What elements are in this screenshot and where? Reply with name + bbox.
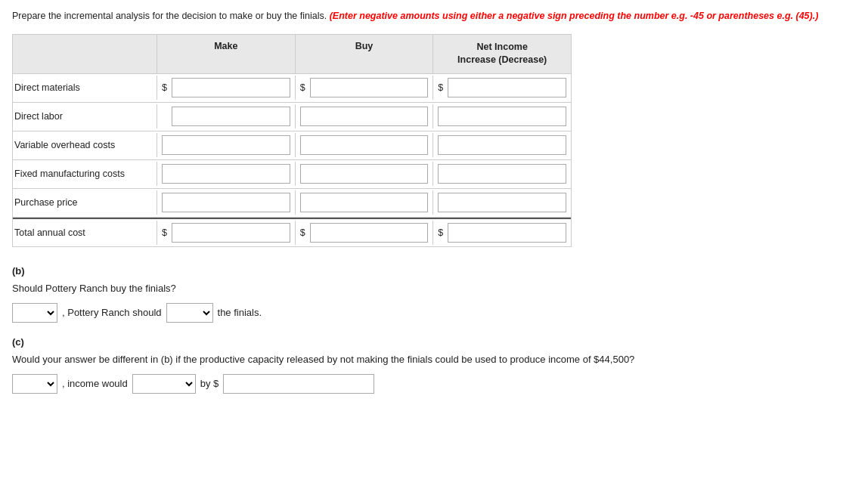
cell-buy-purchase-price (295, 190, 433, 215)
cell-net-total: $ (432, 221, 571, 245)
header-net: Net IncomeIncrease (Decrease) (432, 35, 571, 73)
cell-buy-direct-materials: $ (295, 76, 433, 100)
table-row-total: Total annual cost $ $ $ (13, 218, 571, 246)
input-make-fixed-manufacturing[interactable] (162, 164, 290, 184)
section-c-text-mid: , income would (62, 378, 128, 389)
table-body: Direct materials $ $ $ Direct labor (12, 73, 572, 247)
header-make: Make (157, 35, 295, 73)
cell-buy-variable-overhead (295, 133, 433, 157)
input-make-variable-overhead[interactable] (162, 135, 290, 155)
header-label-col (13, 35, 157, 73)
row-label-purchase-price: Purchase price (13, 194, 157, 211)
section-b-dropdown2[interactable]: buy make (166, 303, 213, 323)
input-buy-direct-labor[interactable] (300, 107, 429, 126)
cell-make-total: $ (157, 221, 295, 245)
section-c-dropdown2[interactable]: increase decrease (132, 374, 196, 394)
section-b-text-end: the finials. (218, 307, 262, 318)
dollar-sign: $ (438, 227, 445, 238)
row-label-total: Total annual cost (13, 224, 157, 241)
section-c-question: Would your answer be different in (b) if… (12, 354, 856, 365)
instruction-note: (Enter negative amounts using either a n… (330, 11, 819, 21)
table-row: Variable overhead costs (13, 131, 571, 160)
cell-net-direct-materials: $ (432, 76, 571, 100)
input-buy-purchase-price[interactable] (300, 193, 429, 212)
input-buy-variable-overhead[interactable] (300, 135, 429, 155)
instruction-text: Prepare the incremental analysis for the… (12, 9, 856, 23)
input-net-purchase-price[interactable] (438, 193, 566, 212)
table-row: Purchase price (13, 189, 571, 218)
cell-net-fixed-manufacturing (432, 162, 571, 186)
dollar-sign: $ (438, 82, 445, 93)
table-row: Fixed manufacturing costs (13, 160, 571, 189)
dollar-sign: $ (300, 82, 308, 93)
cell-buy-fixed-manufacturing (295, 162, 433, 186)
incremental-analysis-table: Make Buy Net IncomeIncrease (Decrease) D… (12, 34, 572, 247)
cell-make-purchase-price (157, 190, 295, 215)
input-net-direct-materials[interactable] (448, 78, 566, 97)
table-row: Direct materials $ $ $ (13, 74, 571, 103)
row-label-direct-materials: Direct materials (13, 79, 157, 96)
header-buy: Buy (295, 35, 433, 73)
input-net-direct-labor[interactable] (438, 107, 566, 126)
dollar-sign: $ (162, 82, 169, 93)
cell-buy-total: $ (295, 221, 433, 245)
cell-make-fixed-manufacturing (157, 162, 295, 186)
input-make-direct-materials[interactable] (172, 78, 290, 97)
section-b-answer-row: Yes No , Pottery Ranch should buy make t… (12, 303, 856, 323)
input-buy-direct-materials[interactable] (310, 78, 429, 97)
section-b-text-mid: , Pottery Ranch should (62, 307, 162, 318)
cell-net-direct-labor (432, 104, 571, 128)
section-c-amount-input[interactable] (223, 374, 374, 394)
input-net-total[interactable] (448, 223, 566, 243)
row-label-variable-overhead: Variable overhead costs (13, 137, 157, 153)
input-net-fixed-manufacturing[interactable] (438, 164, 566, 184)
input-make-direct-labor[interactable] (172, 107, 290, 126)
section-b-label: (b) (12, 265, 856, 277)
input-make-purchase-price[interactable] (162, 193, 290, 212)
table-header: Make Buy Net IncomeIncrease (Decrease) (12, 34, 572, 73)
cell-make-direct-materials: $ (157, 76, 295, 100)
section-c-answer-row: Yes No , income would increase decrease … (12, 374, 856, 394)
section-b-dropdown1[interactable]: Yes No (12, 303, 57, 323)
dollar-sign: $ (162, 227, 169, 238)
section-c-text-by: by $ (200, 378, 219, 389)
table-row: Direct labor (13, 103, 571, 131)
input-make-total[interactable] (172, 223, 290, 243)
row-label-direct-labor: Direct labor (13, 108, 157, 125)
section-b-question: Should Pottery Ranch buy the finials? (12, 283, 856, 294)
cell-buy-direct-labor (295, 104, 433, 128)
input-buy-total[interactable] (310, 223, 429, 243)
cell-net-variable-overhead (432, 133, 571, 157)
input-buy-fixed-manufacturing[interactable] (300, 164, 429, 184)
input-net-variable-overhead[interactable] (438, 135, 566, 155)
dollar-sign: $ (300, 227, 308, 238)
row-label-fixed-manufacturing: Fixed manufacturing costs (13, 165, 157, 182)
section-c-label: (c) (12, 336, 856, 348)
cell-net-purchase-price (432, 190, 571, 215)
cell-make-variable-overhead (157, 133, 295, 157)
section-c-dropdown1[interactable]: Yes No (12, 374, 57, 394)
cell-make-direct-labor (157, 104, 295, 128)
